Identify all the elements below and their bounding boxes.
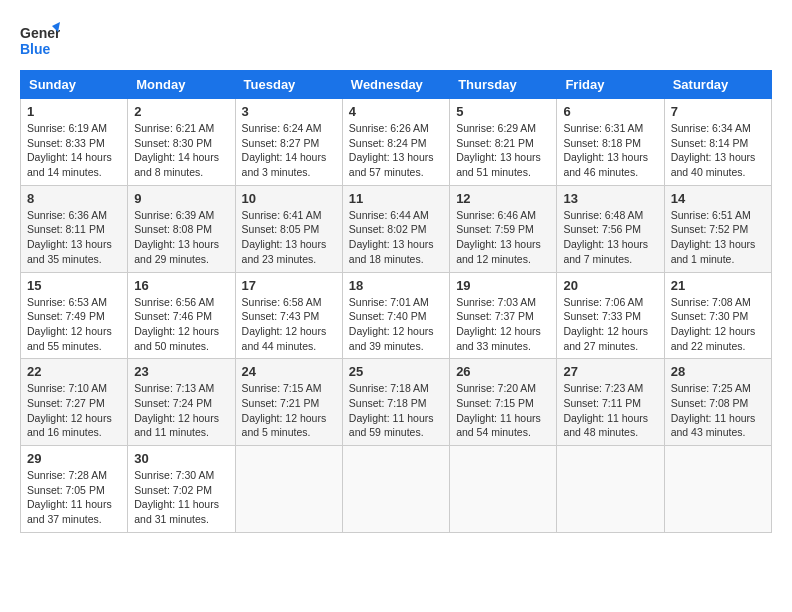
daylight-text: Daylight: 12 hours and 44 minutes. [242,325,327,352]
calendar-cell: 8 Sunrise: 6:36 AM Sunset: 8:11 PM Dayli… [21,185,128,272]
cell-content: Sunrise: 6:48 AM Sunset: 7:56 PM Dayligh… [563,208,657,267]
day-number: 29 [27,451,121,466]
sunrise-text: Sunrise: 6:44 AM [349,209,429,221]
col-header-friday: Friday [557,71,664,99]
day-number: 9 [134,191,228,206]
sunrise-text: Sunrise: 6:53 AM [27,296,107,308]
sunrise-text: Sunrise: 6:56 AM [134,296,214,308]
daylight-text: Daylight: 12 hours and 50 minutes. [134,325,219,352]
cell-content: Sunrise: 7:28 AM Sunset: 7:05 PM Dayligh… [27,468,121,527]
logo: General Blue [20,20,60,60]
daylight-text: Daylight: 12 hours and 11 minutes. [134,412,219,439]
cell-content: Sunrise: 6:53 AM Sunset: 7:49 PM Dayligh… [27,295,121,354]
sunset-text: Sunset: 7:27 PM [27,397,105,409]
daylight-text: Daylight: 11 hours and 31 minutes. [134,498,219,525]
day-number: 14 [671,191,765,206]
sunrise-text: Sunrise: 7:06 AM [563,296,643,308]
day-number: 7 [671,104,765,119]
sunrise-text: Sunrise: 6:29 AM [456,122,536,134]
daylight-text: Daylight: 13 hours and 23 minutes. [242,238,327,265]
cell-content: Sunrise: 6:26 AM Sunset: 8:24 PM Dayligh… [349,121,443,180]
sunset-text: Sunset: 7:15 PM [456,397,534,409]
calendar-cell: 5 Sunrise: 6:29 AM Sunset: 8:21 PM Dayli… [450,99,557,186]
sunrise-text: Sunrise: 7:03 AM [456,296,536,308]
calendar-cell [664,446,771,533]
day-number: 27 [563,364,657,379]
calendar-cell: 12 Sunrise: 6:46 AM Sunset: 7:59 PM Dayl… [450,185,557,272]
calendar-cell: 13 Sunrise: 6:48 AM Sunset: 7:56 PM Dayl… [557,185,664,272]
calendar-cell: 24 Sunrise: 7:15 AM Sunset: 7:21 PM Dayl… [235,359,342,446]
day-number: 20 [563,278,657,293]
week-row-3: 15 Sunrise: 6:53 AM Sunset: 7:49 PM Dayl… [21,272,772,359]
day-number: 17 [242,278,336,293]
calendar-cell: 11 Sunrise: 6:44 AM Sunset: 8:02 PM Dayl… [342,185,449,272]
daylight-text: Daylight: 11 hours and 48 minutes. [563,412,648,439]
cell-content: Sunrise: 7:25 AM Sunset: 7:08 PM Dayligh… [671,381,765,440]
col-header-tuesday: Tuesday [235,71,342,99]
cell-content: Sunrise: 7:13 AM Sunset: 7:24 PM Dayligh… [134,381,228,440]
sunset-text: Sunset: 8:05 PM [242,223,320,235]
sunset-text: Sunset: 8:24 PM [349,137,427,149]
calendar-cell: 7 Sunrise: 6:34 AM Sunset: 8:14 PM Dayli… [664,99,771,186]
calendar-table: SundayMondayTuesdayWednesdayThursdayFrid… [20,70,772,533]
daylight-text: Daylight: 12 hours and 39 minutes. [349,325,434,352]
sunset-text: Sunset: 8:21 PM [456,137,534,149]
day-number: 23 [134,364,228,379]
sunrise-text: Sunrise: 6:58 AM [242,296,322,308]
week-row-4: 22 Sunrise: 7:10 AM Sunset: 7:27 PM Dayl… [21,359,772,446]
sunrise-text: Sunrise: 7:30 AM [134,469,214,481]
sunrise-text: Sunrise: 6:34 AM [671,122,751,134]
sunset-text: Sunset: 7:11 PM [563,397,641,409]
calendar-header-row: SundayMondayTuesdayWednesdayThursdayFrid… [21,71,772,99]
page-header: General Blue [20,20,772,60]
cell-content: Sunrise: 7:20 AM Sunset: 7:15 PM Dayligh… [456,381,550,440]
sunrise-text: Sunrise: 6:19 AM [27,122,107,134]
sunset-text: Sunset: 8:33 PM [27,137,105,149]
cell-content: Sunrise: 6:36 AM Sunset: 8:11 PM Dayligh… [27,208,121,267]
col-header-monday: Monday [128,71,235,99]
daylight-text: Daylight: 11 hours and 59 minutes. [349,412,434,439]
cell-content: Sunrise: 6:24 AM Sunset: 8:27 PM Dayligh… [242,121,336,180]
sunrise-text: Sunrise: 7:23 AM [563,382,643,394]
cell-content: Sunrise: 6:34 AM Sunset: 8:14 PM Dayligh… [671,121,765,180]
calendar-cell: 27 Sunrise: 7:23 AM Sunset: 7:11 PM Dayl… [557,359,664,446]
daylight-text: Daylight: 13 hours and 29 minutes. [134,238,219,265]
sunset-text: Sunset: 7:37 PM [456,310,534,322]
day-number: 25 [349,364,443,379]
week-row-1: 1 Sunrise: 6:19 AM Sunset: 8:33 PM Dayli… [21,99,772,186]
daylight-text: Daylight: 12 hours and 5 minutes. [242,412,327,439]
calendar-cell: 19 Sunrise: 7:03 AM Sunset: 7:37 PM Dayl… [450,272,557,359]
calendar-cell: 15 Sunrise: 6:53 AM Sunset: 7:49 PM Dayl… [21,272,128,359]
day-number: 2 [134,104,228,119]
daylight-text: Daylight: 13 hours and 57 minutes. [349,151,434,178]
sunrise-text: Sunrise: 7:20 AM [456,382,536,394]
daylight-text: Daylight: 13 hours and 12 minutes. [456,238,541,265]
calendar-cell: 22 Sunrise: 7:10 AM Sunset: 7:27 PM Dayl… [21,359,128,446]
calendar-cell: 23 Sunrise: 7:13 AM Sunset: 7:24 PM Dayl… [128,359,235,446]
calendar-cell [450,446,557,533]
cell-content: Sunrise: 7:18 AM Sunset: 7:18 PM Dayligh… [349,381,443,440]
sunset-text: Sunset: 8:18 PM [563,137,641,149]
day-number: 24 [242,364,336,379]
calendar-cell: 9 Sunrise: 6:39 AM Sunset: 8:08 PM Dayli… [128,185,235,272]
daylight-text: Daylight: 14 hours and 3 minutes. [242,151,327,178]
calendar-cell: 28 Sunrise: 7:25 AM Sunset: 7:08 PM Dayl… [664,359,771,446]
col-header-wednesday: Wednesday [342,71,449,99]
sunrise-text: Sunrise: 6:46 AM [456,209,536,221]
daylight-text: Daylight: 12 hours and 22 minutes. [671,325,756,352]
daylight-text: Daylight: 13 hours and 51 minutes. [456,151,541,178]
sunrise-text: Sunrise: 6:36 AM [27,209,107,221]
daylight-text: Daylight: 11 hours and 54 minutes. [456,412,541,439]
cell-content: Sunrise: 7:06 AM Sunset: 7:33 PM Dayligh… [563,295,657,354]
sunset-text: Sunset: 8:14 PM [671,137,749,149]
daylight-text: Daylight: 12 hours and 27 minutes. [563,325,648,352]
calendar-cell: 10 Sunrise: 6:41 AM Sunset: 8:05 PM Dayl… [235,185,342,272]
daylight-text: Daylight: 14 hours and 14 minutes. [27,151,112,178]
day-number: 12 [456,191,550,206]
calendar-cell: 20 Sunrise: 7:06 AM Sunset: 7:33 PM Dayl… [557,272,664,359]
day-number: 26 [456,364,550,379]
sunset-text: Sunset: 7:18 PM [349,397,427,409]
cell-content: Sunrise: 6:44 AM Sunset: 8:02 PM Dayligh… [349,208,443,267]
day-number: 4 [349,104,443,119]
cell-content: Sunrise: 7:08 AM Sunset: 7:30 PM Dayligh… [671,295,765,354]
